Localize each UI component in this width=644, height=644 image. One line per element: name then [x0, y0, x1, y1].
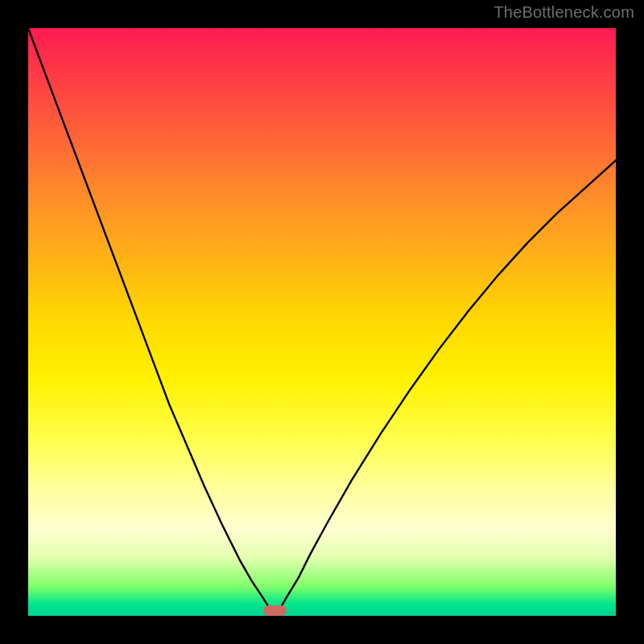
chart-frame: TheBottleneck.com — [0, 0, 644, 644]
plot-area — [28, 28, 616, 616]
watermark: TheBottleneck.com — [493, 3, 634, 22]
optimal-marker — [263, 605, 287, 616]
bottleneck-curve — [28, 28, 616, 616]
